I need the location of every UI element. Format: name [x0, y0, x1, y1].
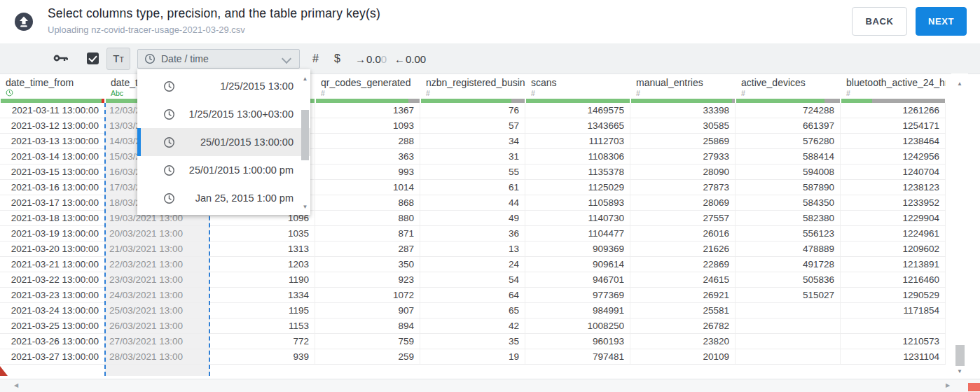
- column-header-date_time_from[interactable]: date_time_from: [0, 74, 105, 103]
- table-cell: 1238464: [841, 134, 946, 148]
- table-cell: 21/03/2021 13:00: [105, 241, 210, 256]
- clock-icon: [6, 89, 13, 97]
- table-cell: 1008250: [525, 318, 630, 333]
- table-cell: 1216460: [841, 272, 946, 287]
- dropdown-scrollbar[interactable]: ▲ ▼: [300, 69, 310, 215]
- table-cell: 1112703: [525, 134, 630, 148]
- table-cell: 2021-03-24 13:00:00: [0, 303, 105, 318]
- number-type-button[interactable]: #: [312, 52, 319, 65]
- table-cell: 1231104: [841, 349, 946, 364]
- table-cell: 1254171: [841, 118, 946, 133]
- column-name: qr_codes_generated: [315, 74, 420, 88]
- date-format-label: 25/01/2015 13:00:00: [175, 136, 294, 148]
- primary-key-icon[interactable]: [53, 53, 69, 66]
- table-cell: 57: [420, 118, 525, 133]
- scroll-left-icon[interactable]: ◀: [14, 382, 18, 388]
- table-cell: 1233952: [841, 195, 946, 210]
- date-format-option[interactable]: 1/25/2015 13:00: [137, 72, 310, 100]
- table-cell: 772: [210, 334, 315, 349]
- next-button[interactable]: NEXT: [916, 7, 967, 36]
- vertical-scrollbar[interactable]: ▲ ▼: [951, 74, 968, 379]
- scroll-up-icon[interactable]: ▲: [301, 76, 309, 82]
- table-cell: 22869: [630, 257, 736, 272]
- table-cell: 1224961: [841, 226, 946, 241]
- table-cell: 259: [315, 349, 420, 364]
- clock-icon: [144, 53, 156, 64]
- dropdown-scrollbar-thumb[interactable]: [301, 110, 309, 160]
- column-header-nzbn_registered_busine[interactable]: nzbn_registered_busine#: [420, 74, 525, 103]
- scroll-right-icon[interactable]: ▶: [946, 382, 950, 388]
- table-cell: 594008: [736, 164, 841, 179]
- table-cell: [736, 318, 841, 333]
- horizontal-scrollbar[interactable]: ◀ ▶: [0, 379, 980, 392]
- clock-icon: [163, 108, 175, 120]
- date-format-option[interactable]: 1/25/2015 13:00+03:00: [137, 100, 310, 128]
- table-cell: 1014: [315, 180, 420, 195]
- csv-import-window: Select columns type, precision, and the …: [0, 0, 980, 392]
- include-column-checkbox[interactable]: [87, 52, 99, 64]
- decrease-decimal-button[interactable]: ←0.00: [394, 53, 426, 65]
- upload-icon: [14, 12, 34, 31]
- right-arrow-icon: →: [355, 53, 366, 65]
- date-format-label: 1/25/2015 13:00+03:00: [175, 108, 294, 120]
- date-format-option[interactable]: Jan 25, 2015 1:00 pm: [137, 184, 310, 212]
- scroll-down-icon[interactable]: ▼: [951, 368, 968, 374]
- table-cell: 759: [315, 334, 420, 349]
- table-cell: [841, 318, 946, 333]
- vertical-scrollbar-thumb[interactable]: [955, 345, 965, 366]
- table-cell: 556123: [736, 226, 841, 241]
- table-cell: 1203: [210, 257, 315, 272]
- table-cell: 76: [420, 103, 525, 118]
- table-cell: 946701: [525, 272, 630, 287]
- table-cell: 1135378: [525, 164, 630, 179]
- table-cell: 2021-03-14 13:00:00: [0, 149, 105, 164]
- table-cell: 907: [315, 303, 420, 318]
- table-cell: [736, 303, 841, 318]
- column-header-scans[interactable]: scans#: [525, 74, 630, 103]
- table-cell: 661397: [736, 118, 841, 133]
- table-cell: 1104477: [525, 226, 630, 241]
- column-header-qr_codes_generated[interactable]: qr_codes_generated#: [315, 74, 420, 103]
- table-cell: 1153: [210, 318, 315, 333]
- table-cell: 1125029: [525, 180, 630, 195]
- table-cell: 923: [315, 272, 420, 287]
- column-subtype: #: [315, 89, 420, 98]
- table-cell: 64: [420, 288, 525, 302]
- table-cell: 2021-03-12 13:00:00: [0, 118, 105, 133]
- table-cell: 1238123: [841, 180, 946, 195]
- table-cell: 2021-03-27 13:00:00: [0, 349, 105, 364]
- currency-type-button[interactable]: $: [334, 52, 340, 65]
- column-header-manual_entries[interactable]: manual_entries#: [630, 74, 736, 103]
- scroll-down-icon[interactable]: ▼: [301, 204, 309, 210]
- table-cell: 2021-03-23 13:00:00: [0, 288, 105, 302]
- table-cell: 27933: [630, 149, 736, 164]
- table-cell: 1334: [210, 288, 315, 302]
- table-cell: 2021-03-21 13:00:00: [0, 257, 105, 272]
- table-cell: 26782: [630, 318, 736, 333]
- back-button[interactable]: BACK: [852, 7, 907, 36]
- date-format-select[interactable]: Date / time: [137, 49, 300, 69]
- table-cell: 1367: [315, 103, 420, 118]
- table-cell: 19: [420, 349, 525, 364]
- date-format-option[interactable]: 25/01/2015 1:00:00 pm: [137, 156, 310, 184]
- table-cell: 363: [315, 149, 420, 164]
- table-cell: 2021-03-22 13:00:00: [0, 272, 105, 287]
- table-cell: [736, 349, 841, 364]
- scroll-up-icon[interactable]: ▲: [951, 80, 968, 87]
- date-format-option[interactable]: 25/01/2015 13:00:00: [137, 128, 310, 156]
- column-header-bluetooth_active_24_hr_[interactable]: bluetooth_active_24_hr_#: [841, 74, 946, 103]
- increase-decimal-button[interactable]: →0.00: [355, 53, 387, 65]
- table-cell: 34: [420, 134, 525, 148]
- column-header-active_devices[interactable]: active_devices#: [736, 74, 841, 103]
- table-cell: 1190: [210, 272, 315, 287]
- table-cell: 1210573: [841, 334, 946, 349]
- table-cell: 55: [420, 164, 525, 179]
- text-type-button[interactable]: TT: [106, 48, 130, 70]
- table-cell: 588414: [736, 149, 841, 164]
- table-cell: 1343665: [525, 118, 630, 133]
- table-row: 2021-03-24 13:00:0025/03/2021 13:0011959…: [0, 303, 946, 318]
- corner-indicator: [968, 383, 980, 391]
- table-cell: [736, 334, 841, 349]
- table-cell: 27873: [630, 180, 736, 195]
- table-cell: 288: [315, 134, 420, 148]
